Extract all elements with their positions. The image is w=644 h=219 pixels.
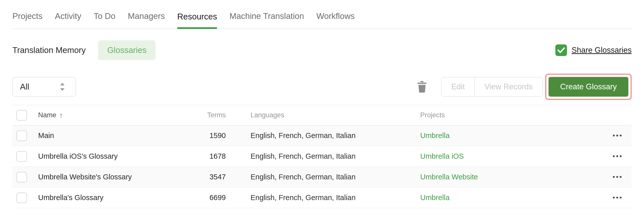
nav-tab-todo[interactable]: To Do — [94, 11, 115, 29]
row-menu-button[interactable]: ••• — [604, 173, 632, 181]
row-checkbox[interactable] — [16, 130, 27, 141]
languages-list: English, French, German, Italian — [251, 152, 420, 160]
nav-tab-activity[interactable]: Activity — [55, 11, 81, 29]
project-link[interactable]: Umbrella Website — [420, 173, 478, 181]
languages-list: English, French, German, Italian — [251, 173, 420, 181]
glossaries-page: Projects Activity To Do Managers Resourc… — [0, 0, 644, 219]
glossary-actions-group: Edit View Records — [441, 77, 543, 97]
view-records-button[interactable]: View Records — [474, 77, 542, 96]
toolbar-actions: Edit View Records Create Glossary — [417, 74, 632, 100]
main-nav: Projects Activity To Do Managers Resourc… — [12, 0, 632, 29]
row-menu-button[interactable]: ••• — [604, 132, 632, 140]
edit-glossary-button[interactable]: Edit — [442, 77, 474, 96]
glossaries-table: Name ↑ Terms Languages Projects Main 159… — [12, 105, 632, 208]
column-header-languages: Languages — [251, 111, 420, 119]
nav-tab-workflows[interactable]: Workflows — [316, 11, 355, 29]
trash-icon — [417, 81, 427, 93]
share-glossaries-checkbox[interactable] — [555, 44, 567, 56]
checkmark-icon — [557, 47, 565, 53]
glossaries-toolbar: All Edit View Records Create Glossary — [12, 77, 632, 97]
create-glossary-button[interactable]: Create Glossary — [549, 77, 628, 97]
delete-glossary-button[interactable] — [417, 81, 427, 93]
languages-list: English, French, German, Italian — [251, 131, 420, 140]
select-all-checkbox[interactable] — [16, 110, 27, 121]
nav-tab-managers[interactable]: Managers — [128, 11, 165, 29]
tab-translation-memory[interactable]: Translation Memory — [12, 45, 86, 55]
row-checkbox[interactable] — [16, 151, 27, 162]
glossary-filter-select[interactable]: All — [12, 77, 76, 97]
resources-subnav: Translation Memory Glossaries Share Glos… — [12, 40, 632, 60]
create-glossary-highlight-annotation: Create Glossary — [545, 74, 632, 100]
project-link[interactable]: Umbrella — [420, 131, 450, 140]
glossary-row-umbrella-website: Umbrella Website's Glossary 3547 English… — [12, 167, 632, 187]
column-header-terms: Terms — [187, 111, 251, 119]
glossary-name: Umbrella's Glossary — [38, 194, 187, 202]
languages-list: English, French, German, Italian — [251, 194, 420, 202]
project-link[interactable]: Umbrella — [420, 194, 450, 202]
sort-ascending-icon: ↑ — [59, 111, 63, 119]
row-checkbox[interactable] — [16, 193, 27, 203]
nav-tab-resources[interactable]: Resources — [177, 12, 217, 29]
terms-count: 1590 — [187, 131, 251, 140]
name-header-label: Name — [38, 111, 56, 119]
share-glossaries-control: Share Glossaries — [555, 44, 632, 56]
nav-tab-machine-translation[interactable]: Machine Translation — [229, 11, 304, 29]
select-caret-icon — [59, 82, 65, 91]
share-glossaries-link[interactable]: Share Glossaries — [572, 46, 632, 55]
nav-tab-projects[interactable]: Projects — [12, 11, 42, 29]
terms-count: 6699 — [187, 194, 251, 202]
glossary-row-umbrella: Umbrella's Glossary 6699 English, French… — [12, 187, 632, 208]
column-header-projects: Projects — [420, 111, 604, 119]
table-body: Main 1590 English, French, German, Itali… — [12, 125, 632, 208]
terms-count: 3547 — [187, 173, 251, 181]
row-menu-button[interactable]: ••• — [604, 194, 632, 202]
filter-selected-value: All — [20, 82, 29, 92]
glossary-name: Main — [38, 131, 187, 140]
table-header-row: Name ↑ Terms Languages Projects — [12, 105, 632, 125]
project-link[interactable]: Umbrella iOS — [420, 152, 464, 160]
glossary-row-umbrella-ios: Umbrella iOS's Glossary 1678 English, Fr… — [12, 146, 632, 167]
column-header-name[interactable]: Name ↑ — [38, 111, 187, 119]
glossary-row-main: Main 1590 English, French, German, Itali… — [12, 125, 632, 146]
row-menu-button[interactable]: ••• — [604, 152, 632, 160]
glossary-name: Umbrella Website's Glossary — [38, 173, 187, 181]
terms-count: 1678 — [187, 152, 251, 160]
row-checkbox[interactable] — [16, 172, 27, 182]
tab-glossaries[interactable]: Glossaries — [98, 40, 156, 60]
glossary-name: Umbrella iOS's Glossary — [38, 152, 187, 160]
